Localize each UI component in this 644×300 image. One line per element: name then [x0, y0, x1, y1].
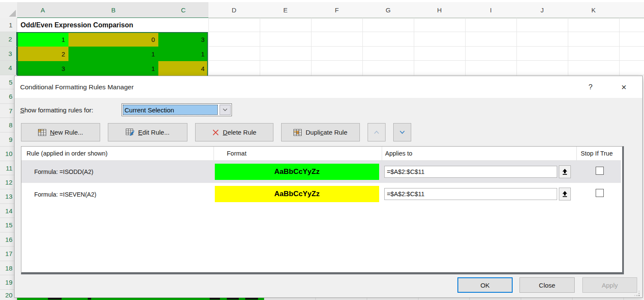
- format-preview: AaBbCcYyZz: [215, 186, 379, 202]
- help-icon[interactable]: ?: [585, 81, 597, 93]
- resize-grip-dots-icon: [633, 290, 640, 297]
- new-rule-grid-icon: [38, 129, 46, 136]
- cell-C4[interactable]: 4: [158, 61, 208, 76]
- applies-to-input[interactable]: [384, 166, 557, 178]
- clipped-cell-content: [227, 298, 239, 300]
- clipped-cell-content: [210, 298, 220, 300]
- select-all-corner[interactable]: [0, 2, 18, 18]
- format-preview: AaBbCcYyZz: [215, 164, 379, 180]
- column-header-J[interactable]: J: [516, 2, 568, 18]
- applies-to-field-wrap: [384, 166, 557, 178]
- edit-rule-button[interactable]: Edit Rule...: [108, 123, 187, 141]
- rule-row-isodd[interactable]: Formula: =ISODD(A2) AaBbCcYyZz: [21, 161, 621, 183]
- edit-rule-icon: [126, 129, 134, 136]
- column-header-H[interactable]: H: [414, 2, 466, 18]
- rules-column-header: Rule (applied in order shown): [27, 147, 107, 160]
- column-header-K[interactable]: K: [568, 2, 620, 18]
- column-header-A[interactable]: A: [17, 2, 69, 18]
- dropdown-chevron-button[interactable]: [220, 105, 231, 115]
- row-header-4[interactable]: 4: [0, 61, 17, 75]
- cell-B2[interactable]: 0: [68, 32, 158, 47]
- clipped-cell-content: [88, 298, 91, 300]
- dialog-title: Conditional Formatting Rules Manager: [20, 76, 134, 98]
- chevron-down-icon: [223, 108, 228, 112]
- rule-row-iseven[interactable]: Formula: =ISEVEN(A2) AaBbCcYyZz: [21, 183, 621, 206]
- stop-if-true-checkbox[interactable]: [596, 189, 604, 197]
- chevron-down-icon: [399, 130, 405, 134]
- clipped-cell-content: [245, 298, 258, 300]
- rules-list: Rule (applied in order shown) Format App…: [21, 146, 624, 274]
- delete-rule-button[interactable]: Delete Rule: [195, 123, 273, 141]
- duplicate-rule-button[interactable]: Duplicate Rule: [281, 123, 360, 141]
- cell-A4[interactable]: 3: [17, 61, 68, 76]
- rule-formula-text: Formula: =ISODD(A2): [34, 161, 93, 183]
- column-header-partial[interactable]: [619, 2, 644, 18]
- stop-if-true-checkbox[interactable]: [596, 167, 604, 175]
- column-separator: [382, 147, 382, 160]
- row-header-3[interactable]: 3: [0, 47, 17, 61]
- range-selector-button[interactable]: [559, 165, 571, 178]
- excel-window: A B C D E F G H I J K 1 2 3 4 5 6 7 8 9 …: [0, 0, 644, 300]
- resize-grip[interactable]: [633, 290, 640, 297]
- column-header-F[interactable]: F: [311, 2, 363, 18]
- stop-if-true-column-header: Stop If True: [581, 147, 613, 160]
- select-all-triangle-icon: [9, 10, 16, 17]
- rule-formula-text: Formula: =ISEVEN(A2): [34, 183, 96, 206]
- collapse-arrow-up-icon: [562, 168, 568, 175]
- column-separator: [576, 147, 577, 160]
- clipped-cell-content: [48, 298, 62, 300]
- sheet-gridlines: [208, 18, 644, 76]
- column-header-C[interactable]: C: [158, 2, 209, 18]
- collapse-arrow-up-icon: [562, 191, 568, 197]
- close-button[interactable]: Close: [519, 277, 575, 293]
- row20-gridlines: [264, 298, 644, 300]
- format-column-header: Format: [227, 147, 246, 160]
- cell-A1-title[interactable]: Odd/Even Expression Comparison: [17, 18, 208, 32]
- move-rule-down-button[interactable]: [393, 123, 411, 141]
- applies-to-field-wrap: [384, 188, 557, 200]
- duplicate-rule-grid-icon: [294, 129, 302, 136]
- move-rule-up-button[interactable]: [368, 123, 386, 141]
- ok-button[interactable]: OK: [457, 277, 513, 293]
- show-rules-dropdown[interactable]: Current Selection: [122, 103, 232, 116]
- cell-C3[interactable]: 1: [158, 47, 208, 61]
- cell-A2[interactable]: 1: [17, 32, 68, 47]
- range-selector-button[interactable]: [559, 188, 571, 200]
- conditional-formatting-rules-manager-dialog: Conditional Formatting Rules Manager ? ✕…: [14, 76, 643, 298]
- delete-x-icon: [212, 129, 219, 136]
- cell-B3[interactable]: 1: [68, 47, 158, 61]
- row-header-2[interactable]: 2: [0, 32, 17, 47]
- cell-B4[interactable]: 1: [68, 61, 158, 76]
- column-header-B[interactable]: B: [68, 2, 159, 18]
- new-rule-label: New Rule...: [50, 129, 83, 136]
- row-header-1[interactable]: 1: [0, 18, 17, 32]
- applies-to-input[interactable]: [384, 188, 557, 200]
- close-icon[interactable]: ✕: [617, 81, 631, 93]
- duplicate-rule-label: Duplicate Rule: [306, 129, 347, 136]
- dropdown-selected-value: Current Selection: [123, 105, 218, 115]
- delete-rule-label: Delete Rule: [223, 129, 256, 136]
- cell-A3[interactable]: 2: [17, 47, 68, 61]
- column-header-G[interactable]: G: [362, 2, 414, 18]
- column-header-D[interactable]: D: [208, 2, 260, 18]
- column-separator: [214, 147, 214, 160]
- edit-rule-label: Edit Rule...: [138, 129, 169, 136]
- column-header-E[interactable]: E: [260, 2, 312, 18]
- show-rules-label: Show formatting rules for:: [20, 103, 93, 116]
- new-rule-button[interactable]: New Rule...: [21, 123, 100, 141]
- applies-to-column-header: Applies to: [385, 147, 413, 160]
- cell-C2[interactable]: 3: [158, 32, 208, 47]
- apply-button[interactable]: Apply: [582, 277, 637, 293]
- dialog-titlebar[interactable]: Conditional Formatting Rules Manager ? ✕: [15, 76, 642, 98]
- column-header-I[interactable]: I: [465, 2, 517, 18]
- chevron-up-icon: [374, 130, 380, 134]
